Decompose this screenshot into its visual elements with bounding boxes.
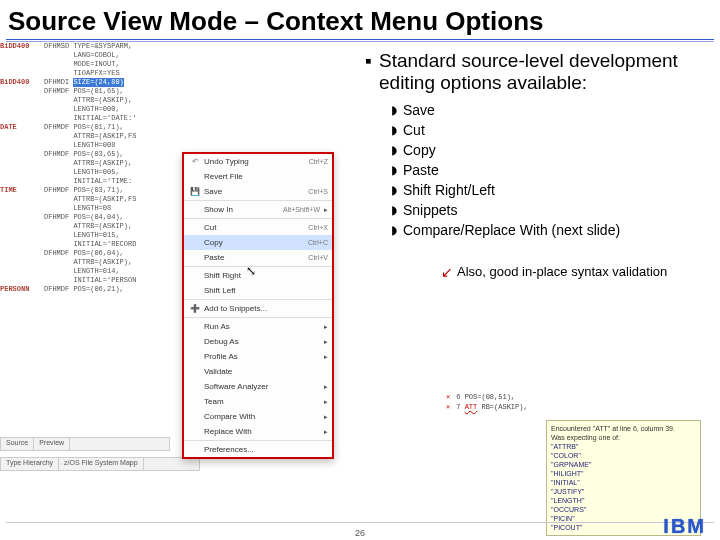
right-panel: ▪ Standard source-level development edit…	[365, 50, 710, 280]
context-menu-item[interactable]: Shift Right	[184, 268, 332, 283]
context-menu-item[interactable]: Software Analyzer	[184, 379, 332, 394]
menu-item-label: Save	[202, 187, 308, 196]
context-menu-item[interactable]: Preferences...	[184, 442, 332, 457]
menu-item-accel: Ctrl+S	[308, 188, 328, 195]
page-number: 26	[0, 528, 720, 538]
source-row: BiDD400DFHMDI SIZE=(24,80)	[0, 78, 185, 87]
validation-source: ✕6 POS=(08,51),✕7 ATT RB=(ASKIP),	[446, 392, 706, 412]
menu-item-accel: Alt+Shift+W	[283, 206, 320, 213]
source-row: LENGTH=015,	[0, 231, 185, 240]
menu-item-icon: ➕	[188, 303, 202, 315]
content-area: BiDD400DFHMSD TYPE=&SYSPARM, LANG=COBOL,…	[0, 42, 720, 512]
context-menu-item[interactable]: Revert File	[184, 169, 332, 184]
source-row: LANG=COBOL,	[0, 51, 185, 60]
context-menu-item[interactable]: Shift Left	[184, 283, 332, 298]
menu-item-label: Show In	[202, 205, 283, 214]
source-row: LENGTH=014,	[0, 267, 185, 276]
context-menu-item[interactable]: Validate	[184, 364, 332, 379]
sub-bullet-text: Copy	[403, 140, 436, 160]
sub-bullet-icon: ◗	[391, 140, 403, 160]
heading-text: Standard source-level development editin…	[379, 50, 710, 94]
sub-bullet: ◗Save	[391, 100, 710, 120]
source-row: MODE=INOUT,	[0, 60, 185, 69]
context-menu-item[interactable]: ↶Undo TypingCtrl+Z	[184, 154, 332, 169]
note-line: ↙ Also, good in-place syntax validation	[441, 264, 710, 280]
context-menu-item[interactable]: Run As	[184, 319, 332, 334]
source-row: DFHMDF POS=(03,65),	[0, 150, 185, 159]
sub-bullet: ◗Cut	[391, 120, 710, 140]
menu-item-label: Add to Snippets...	[202, 304, 328, 313]
source-row: LENGTH=000,	[0, 105, 185, 114]
validation-example: ✕6 POS=(08,51),✕7 ATT RB=(ASKIP), Encoun…	[446, 392, 706, 510]
slide-title: Source View Mode – Context Menu Options	[0, 0, 720, 39]
ibm-logo: IBM	[663, 515, 706, 538]
sub-bullet-text: Snippets	[403, 200, 457, 220]
note-arrow-icon: ↙	[441, 264, 453, 280]
context-menu-item[interactable]: ➕Add to Snippets...	[184, 301, 332, 316]
source-row: ATTRB=(ASKIP),	[0, 258, 185, 267]
sub-bullet-icon: ◗	[391, 100, 403, 120]
context-menu-item[interactable]: Replace With	[184, 424, 332, 439]
source-row: ATTRB=(ASKIP),	[0, 96, 185, 105]
context-menu-item[interactable]: CutCtrl+X	[184, 220, 332, 235]
menu-item-icon	[188, 285, 202, 297]
context-menu-item[interactable]: CopyCtrl+C	[184, 235, 332, 250]
menu-item-label: Cut	[202, 223, 308, 232]
sub-bullet-text: Save	[403, 100, 435, 120]
menu-item-label: Shift Right	[202, 271, 328, 280]
context-menu-item[interactable]: Debug As	[184, 334, 332, 349]
validation-src-line: ✕6 POS=(08,51),	[446, 392, 706, 402]
source-row: ATTRB=(ASKIP),	[0, 222, 185, 231]
sub-bullet-icon: ◗	[391, 200, 403, 220]
source-row: INITIAL='TIME:	[0, 177, 185, 186]
menu-item-label: Copy	[202, 238, 308, 247]
menu-item-label: Revert File	[202, 172, 328, 181]
sub-bullet: ◗Snippets	[391, 200, 710, 220]
menu-item-label: Profile As	[202, 352, 320, 361]
source-row: ATTRB=(ASKIP,FS	[0, 195, 185, 204]
view-tab[interactable]: z/OS File System Mapp	[59, 458, 144, 470]
context-menu-item[interactable]: PasteCtrl+V	[184, 250, 332, 265]
menu-item-icon	[188, 426, 202, 438]
sub-bullet-icon: ◗	[391, 180, 403, 200]
menu-item-label: Paste	[202, 253, 308, 262]
sub-bullet: ◗Shift Right/Left	[391, 180, 710, 200]
menu-item-label: Debug As	[202, 337, 320, 346]
source-row: INITIAL='PERSON	[0, 276, 185, 285]
menu-item-icon	[188, 351, 202, 363]
source-row: LENGTH=08	[0, 204, 185, 213]
menu-item-icon	[188, 237, 202, 249]
context-menu-item[interactable]: 💾SaveCtrl+S	[184, 184, 332, 199]
context-menu-item[interactable]: Show InAlt+Shift+W	[184, 202, 332, 217]
context-menu-item[interactable]: Team	[184, 394, 332, 409]
source-row: LENGTH=005,	[0, 168, 185, 177]
menu-item-accel: Ctrl+Z	[309, 158, 328, 165]
source-row: INITIAL='DATE:'	[0, 114, 185, 123]
source-row: BiDD400DFHMSD TYPE=&SYSPARM,	[0, 42, 185, 51]
menu-item-accel: Ctrl+V	[308, 254, 328, 261]
menu-item-icon	[188, 381, 202, 393]
source-row: LENGTH=008	[0, 141, 185, 150]
source-row: DFHMDF POS=(06,04),	[0, 249, 185, 258]
heading-bullet: ▪ Standard source-level development edit…	[365, 50, 710, 94]
footer: 26 IBM	[0, 518, 720, 540]
menu-item-icon	[188, 222, 202, 234]
menu-item-icon	[188, 204, 202, 216]
editor-tab[interactable]: Preview	[34, 438, 70, 450]
menu-item-label: Preferences...	[202, 445, 328, 454]
context-menu-item[interactable]: Compare With	[184, 409, 332, 424]
context-menu-item[interactable]: Profile As	[184, 349, 332, 364]
menu-item-icon	[188, 270, 202, 282]
view-tab[interactable]: Type Hierarchy	[1, 458, 59, 470]
menu-item-label: Software Analyzer	[202, 382, 320, 391]
menu-item-icon	[188, 411, 202, 423]
title-rule	[6, 39, 714, 40]
menu-item-accel: Ctrl+X	[308, 224, 328, 231]
square-bullet-icon: ▪	[365, 50, 379, 94]
editor-tab[interactable]: Source	[1, 438, 34, 450]
context-menu[interactable]: ↶Undo TypingCtrl+ZRevert File💾SaveCtrl+S…	[182, 152, 334, 459]
sub-bullet-icon: ◗	[391, 160, 403, 180]
menu-item-icon	[188, 366, 202, 378]
menu-item-label: Replace With	[202, 427, 320, 436]
menu-item-icon	[188, 396, 202, 408]
